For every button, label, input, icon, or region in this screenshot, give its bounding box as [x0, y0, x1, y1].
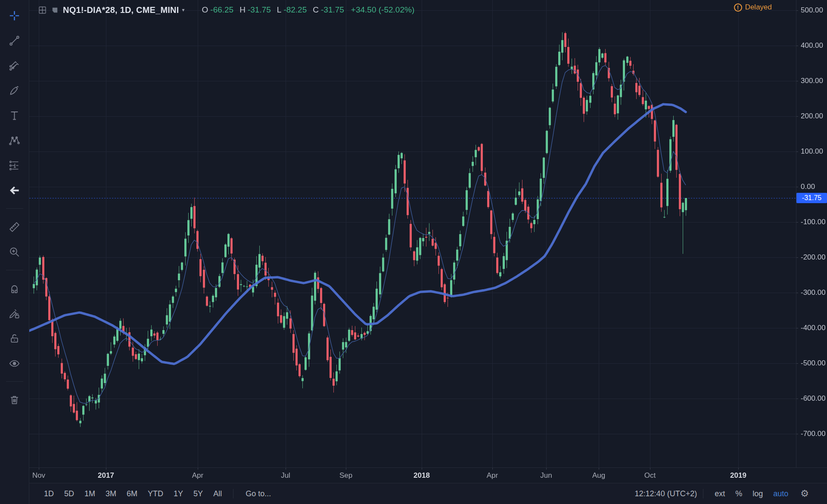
- brush-tool-button[interactable]: [0, 79, 29, 102]
- price-axis-label: -600.00: [801, 394, 826, 403]
- delayed-label: Delayed: [745, 3, 772, 12]
- pitchfork-icon: [9, 60, 20, 71]
- mode-button-auto[interactable]: auto: [768, 487, 793, 501]
- layout-grid-icon[interactable]: [38, 6, 47, 15]
- toolbar-separator: [6, 208, 23, 209]
- trash-tool-button[interactable]: [0, 389, 29, 411]
- footer-divider: [233, 489, 233, 498]
- range-button-5d[interactable]: 5D: [59, 487, 79, 501]
- lock-tool-button[interactable]: [0, 327, 29, 349]
- price-axis-label: -400.00: [801, 324, 826, 332]
- range-button-ytd[interactable]: YTD: [143, 487, 168, 501]
- high-value: -31.75: [248, 5, 271, 15]
- trash-icon: [9, 394, 20, 406]
- lock-icon: [9, 333, 20, 344]
- time-axis-label: Sep: [339, 471, 352, 480]
- eye-icon: [9, 358, 20, 369]
- range-button-all[interactable]: All: [208, 487, 227, 501]
- toolbar-separator: [6, 270, 23, 270]
- price-axis-label: -500.00: [801, 359, 826, 368]
- last-price-label: -31.75: [796, 193, 827, 203]
- zoom-in-tool-button[interactable]: [0, 241, 29, 263]
- xabcd-pattern-icon: [9, 135, 20, 146]
- change-value: +34.50 (-52.02%): [351, 5, 414, 15]
- time-axis-label: 2019: [730, 471, 746, 480]
- price-axis-label: 100.00: [801, 147, 823, 156]
- high-label: H: [239, 5, 246, 15]
- text-icon: [9, 110, 20, 121]
- time-axis-label: Jun: [540, 471, 552, 480]
- go-to-date-button[interactable]: Go to...: [239, 487, 277, 501]
- trend-line-icon: [9, 35, 20, 46]
- toolbar-separator: [6, 381, 23, 382]
- forecast-tool-button[interactable]: [0, 154, 29, 176]
- price-axis-label: -700.00: [801, 430, 826, 438]
- draw-lock-icon: [9, 308, 20, 319]
- symbol-title[interactable]: NQ1!-DIA*28, 1D, CME_MINI: [63, 5, 179, 15]
- crosshair-tool-button[interactable]: [0, 4, 29, 27]
- price-axis-label: 300.00: [801, 77, 823, 85]
- mode-button-percent[interactable]: %: [730, 487, 747, 501]
- magnet-icon: [9, 283, 20, 294]
- range-button-1y[interactable]: 1Y: [168, 487, 188, 501]
- price-axis-label: 500.00: [801, 6, 823, 15]
- price-axis-label: 200.00: [801, 112, 823, 121]
- time-axis-label: Apr: [487, 471, 498, 480]
- range-button-1m[interactable]: 1M: [79, 487, 100, 501]
- mode-button-ext[interactable]: ext: [709, 487, 730, 501]
- price-axis-label: -100.00: [801, 218, 826, 226]
- time-axis-label: 2018: [414, 471, 430, 480]
- range-button-3m[interactable]: 3M: [100, 487, 121, 501]
- drawing-toolbar: [0, 0, 29, 504]
- range-button-6m[interactable]: 6M: [121, 487, 143, 501]
- close-value: -31.75: [321, 5, 344, 15]
- eye-tool-button[interactable]: [0, 352, 29, 374]
- time-axis-label: Aug: [592, 471, 605, 480]
- range-button-5y[interactable]: 5Y: [188, 487, 208, 501]
- price-axis-label: -300.00: [801, 288, 826, 297]
- time-axis-label: Nov: [32, 471, 45, 480]
- arrow-left-tool-button[interactable]: [0, 179, 29, 201]
- close-label: C: [313, 5, 319, 15]
- chevron-down-icon[interactable]: ▾: [182, 7, 185, 13]
- time-axis[interactable]: Nov2017AprJulSep2018AprJunAugOct2019: [29, 467, 827, 483]
- low-value: -82.25: [283, 5, 307, 15]
- time-axis-label: 2017: [98, 471, 114, 480]
- bottom-toolbar: 1D5D1M3M6MYTD1Y5YAll Go to... 12:12:40 (…: [29, 483, 827, 504]
- crosshair-icon: [9, 10, 20, 22]
- range-button-1d[interactable]: 1D: [39, 487, 59, 501]
- price-axis[interactable]: 500.00400.00300.00200.00100.000.00-100.0…: [796, 0, 827, 467]
- magnet-tool-button[interactable]: [0, 277, 29, 300]
- open-label: O: [202, 5, 208, 15]
- candlestick-chart-canvas[interactable]: [0, 0, 827, 504]
- scale-mode-buttons: ext%logauto: [709, 487, 793, 501]
- symbol-flag-icon[interactable]: [51, 6, 59, 14]
- pitchfork-tool-button[interactable]: [0, 54, 29, 77]
- trend-line-tool-button[interactable]: [0, 29, 29, 52]
- xabcd-pattern-tool-button[interactable]: [0, 129, 29, 152]
- gear-icon[interactable]: ⚙: [800, 488, 809, 499]
- draw-lock-tool-button[interactable]: [0, 302, 29, 325]
- delayed-badge[interactable]: ! Delayed: [734, 3, 772, 12]
- arrow-left-icon: [9, 185, 20, 196]
- price-axis-label: -200.00: [801, 253, 826, 262]
- ruler-icon: [9, 221, 20, 233]
- zoom-in-icon: [9, 246, 20, 258]
- clock-utc-label[interactable]: 12:12:40 (UTC+2): [635, 489, 697, 498]
- ruler-tool-button[interactable]: [0, 216, 29, 238]
- open-value: -66.25: [210, 5, 233, 15]
- mode-button-log[interactable]: log: [747, 487, 768, 501]
- date-range-buttons: 1D5D1M3M6MYTD1Y5YAll: [39, 487, 227, 501]
- time-axis-label: Jul: [281, 471, 290, 480]
- delayed-warning-icon: !: [734, 3, 742, 12]
- price-axis-label: 0.00: [801, 182, 815, 191]
- trading-chart-window: NQ1!-DIA*28, 1D, CME_MINI ▾ O -66.25 H -…: [0, 0, 827, 504]
- time-axis-label: Apr: [192, 471, 203, 480]
- text-tool-button[interactable]: [0, 104, 29, 127]
- footer-divider: [703, 489, 703, 498]
- time-axis-label: Oct: [644, 471, 656, 480]
- chart-legend: NQ1!-DIA*28, 1D, CME_MINI ▾ O -66.25 H -…: [38, 3, 414, 16]
- low-label: L: [277, 5, 282, 15]
- price-axis-label: 400.00: [801, 41, 823, 50]
- forecast-icon: [9, 160, 20, 171]
